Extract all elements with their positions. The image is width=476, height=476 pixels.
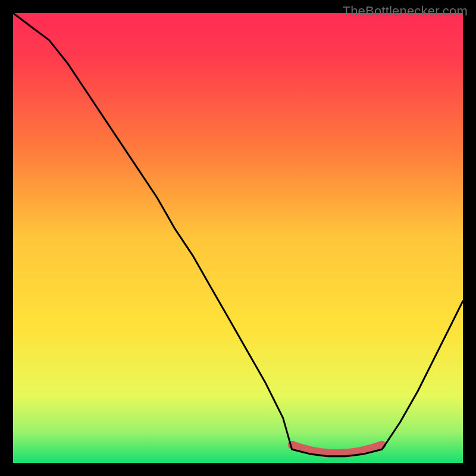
watermark-label: TheBottlenecker.com <box>343 4 468 19</box>
chart-container <box>0 0 476 476</box>
chart-background <box>13 13 463 463</box>
bottleneck-chart <box>0 0 476 476</box>
